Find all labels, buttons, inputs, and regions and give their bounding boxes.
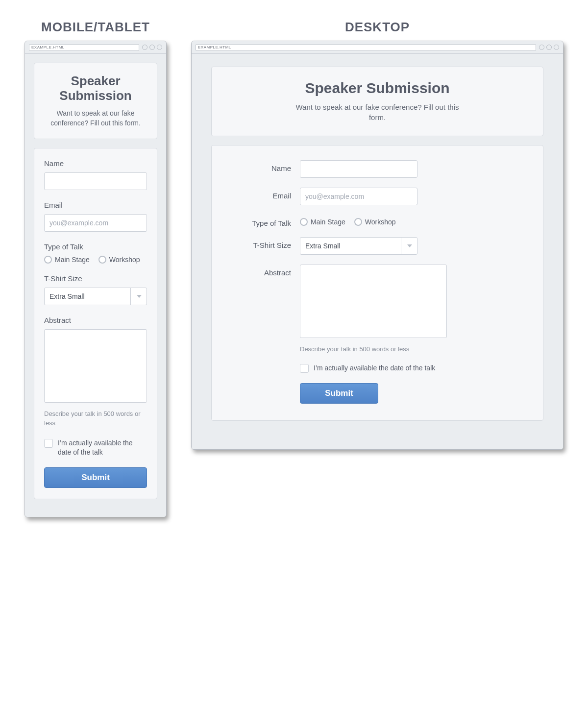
page-title: Speaker Submission	[226, 80, 528, 97]
abstract-label: Abstract	[231, 265, 300, 277]
radio-label: Workshop	[365, 218, 396, 226]
window-button-icon[interactable]	[157, 45, 162, 50]
availability-label: I’m actually available the date of the t…	[314, 363, 435, 373]
radio-icon	[354, 218, 362, 226]
email-label: Email	[231, 188, 300, 200]
radio-label: Workshop	[109, 256, 140, 264]
tshirt-select[interactable]: Extra Small	[300, 237, 417, 255]
chevron-down-icon	[137, 295, 142, 298]
radio-label: Main Stage	[55, 256, 90, 264]
radio-icon	[98, 256, 106, 264]
abstract-hint: Describe your talk in 500 words or less	[44, 410, 147, 427]
page-subtitle: Want to speak at our fake conference? Fi…	[289, 102, 466, 123]
abstract-label: Abstract	[44, 316, 147, 324]
talk-type-label: Type of Talk	[231, 215, 300, 227]
titlebar: EXAMPLE.HTML	[25, 41, 166, 54]
form-card: Name Email Type of Talk Main Stage	[34, 148, 157, 499]
checkbox-icon	[44, 439, 53, 448]
email-label: Email	[44, 201, 147, 209]
radio-label: Main Stage	[311, 218, 345, 226]
submit-button[interactable]: Submit	[44, 467, 147, 488]
variant-heading-mobile: Mobile/Tablet	[41, 20, 150, 35]
window-button-icon[interactable]	[149, 45, 155, 50]
talk-type-label: Type of Talk	[44, 242, 147, 251]
page-title: Speaker Submission	[44, 74, 147, 103]
mobile-window: EXAMPLE.HTML Speaker Submission Want to …	[24, 41, 167, 517]
tshirt-select[interactable]: Extra Small	[44, 288, 147, 305]
select-value: Extra Small	[300, 237, 417, 255]
submit-button[interactable]: Submit	[300, 383, 378, 404]
name-label: Name	[231, 160, 300, 172]
abstract-textarea[interactable]	[300, 265, 447, 338]
abstract-hint: Describe your talk in 500 words or less	[300, 345, 447, 354]
name-input[interactable]	[300, 160, 417, 178]
form-card: Name Email Type of Talk	[211, 145, 543, 421]
header-card: Speaker Submission Want to speak at our …	[211, 67, 543, 136]
desktop-window: EXAMPLE.HTML Speaker Submission Want to …	[191, 41, 564, 450]
radio-workshop[interactable]: Workshop	[354, 218, 396, 226]
email-input[interactable]	[44, 214, 147, 232]
window-button-icon[interactable]	[142, 45, 147, 50]
window-button-icon[interactable]	[546, 45, 552, 50]
name-input[interactable]	[44, 172, 147, 190]
window-button-icon[interactable]	[539, 45, 544, 50]
radio-workshop[interactable]: Workshop	[98, 256, 140, 264]
checkbox-icon	[300, 364, 309, 373]
chevron-down-icon	[407, 244, 412, 247]
select-dropdown-button[interactable]	[130, 288, 147, 305]
address-bar[interactable]: EXAMPLE.HTML	[196, 44, 536, 51]
radio-main-stage[interactable]: Main Stage	[44, 256, 90, 264]
address-bar[interactable]: EXAMPLE.HTML	[29, 44, 139, 51]
header-card: Speaker Submission Want to speak at our …	[34, 63, 157, 139]
email-input[interactable]	[300, 188, 417, 205]
select-dropdown-button[interactable]	[401, 237, 417, 255]
tshirt-label: T-Shirt Size	[44, 274, 147, 283]
abstract-textarea[interactable]	[44, 329, 147, 403]
radio-icon	[44, 256, 52, 264]
page-subtitle: Want to speak at our fake conference? Fi…	[44, 108, 147, 128]
radio-main-stage[interactable]: Main Stage	[300, 218, 345, 226]
titlebar: EXAMPLE.HTML	[192, 41, 563, 54]
variant-heading-desktop: Desktop	[345, 20, 410, 35]
window-button-icon[interactable]	[554, 45, 559, 50]
availability-label: I’m actually available the date of the t…	[58, 438, 147, 458]
name-label: Name	[44, 159, 147, 168]
availability-checkbox-row[interactable]: I’m actually available the date of the t…	[300, 363, 523, 373]
availability-checkbox-row[interactable]: I’m actually available the date of the t…	[44, 438, 147, 458]
radio-icon	[300, 218, 308, 226]
tshirt-label: T-Shirt Size	[231, 237, 300, 249]
